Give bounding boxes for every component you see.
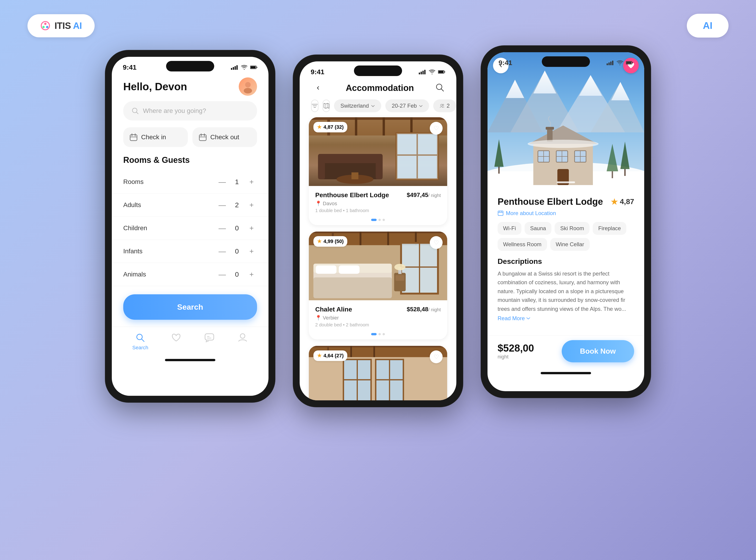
p3-price: $528,00: [498, 342, 534, 354]
p2-card-3-rating: ★ 4,64 (27): [313, 351, 347, 361]
p3-price-container: $528,00 night: [498, 342, 534, 360]
p3-property-title: Penthouse Elbert Lodge: [498, 197, 603, 207]
svg-point-142: [528, 140, 599, 148]
search-icon: [132, 107, 139, 115]
guest-row-children: Children — 0 +: [112, 217, 268, 240]
dynamic-island-3: [542, 56, 590, 67]
p3-read-more[interactable]: Read More: [498, 315, 634, 322]
dynamic-island-2: [354, 65, 402, 76]
svg-line-37: [441, 88, 443, 91]
p1-checkin-label: Check in: [141, 134, 166, 141]
home-indicator-1: [165, 359, 215, 361]
guest-row-adults: Adults — 2 +: [112, 194, 268, 217]
svg-rect-29: [419, 73, 420, 75]
p1-checkin-btn[interactable]: Check in: [123, 127, 188, 147]
p1-checkout-btn[interactable]: Check out: [193, 127, 257, 147]
svg-rect-9: [251, 66, 256, 68]
p2-filter-guests[interactable]: 2: [433, 99, 456, 112]
p1-section-title: Rooms & Guests: [112, 155, 268, 171]
p2-card-1[interactable]: ★ 4,87 (32) ♡ Penthouse Elbert Lodge 📍 D…: [309, 117, 447, 225]
p2-filter-icon[interactable]: [311, 100, 318, 112]
svg-rect-58: [318, 154, 383, 163]
p2-card-1-location: 📍 Davos: [315, 201, 389, 206]
p2-card-1-info: Penthouse Elbert Lodge 📍 Davos 1 double …: [309, 186, 447, 219]
home-indicator-3: [541, 372, 591, 374]
p2-card-1-rating: ★ 4,87 (32): [313, 122, 347, 133]
nav-search-icon: [135, 332, 145, 343]
p2-card-1-fav[interactable]: ♡: [430, 122, 443, 135]
infants-minus-btn[interactable]: —: [217, 246, 228, 257]
adults-minus-btn[interactable]: —: [217, 200, 228, 211]
adults-plus-btn[interactable]: +: [246, 200, 257, 211]
rooms-value: 1: [234, 178, 240, 186]
children-plus-btn[interactable]: +: [246, 223, 257, 234]
p1-greeting: Hello, Devon: [123, 80, 187, 93]
svg-point-44: [442, 104, 444, 105]
svg-rect-6: [235, 66, 236, 70]
p1-search-box[interactable]: Where are you going?: [123, 101, 257, 120]
p1-search-button[interactable]: Search: [123, 294, 257, 320]
p2-card-2-dots: [309, 333, 447, 339]
p2-card-2[interactable]: ★ 4,99 (50) ♡ Chalet Aline 📍 Verbier 2 d…: [309, 232, 447, 339]
animals-plus-btn[interactable]: +: [246, 269, 257, 280]
p2-back-btn[interactable]: [311, 81, 325, 95]
animals-minus-btn[interactable]: —: [217, 269, 228, 280]
p2-filter-dates[interactable]: 20-27 Feb: [385, 99, 429, 112]
phone-2-screen: 9:41: [300, 61, 456, 400]
svg-rect-30: [421, 72, 422, 75]
infants-plus-btn[interactable]: +: [246, 246, 257, 257]
signal-icon: [231, 65, 238, 70]
svg-rect-140: [547, 128, 553, 142]
svg-rect-100: [610, 62, 612, 65]
infants-value: 0: [234, 247, 240, 255]
p1-avatar[interactable]: [239, 77, 257, 96]
svg-rect-34: [438, 71, 443, 73]
guest-label-children: Children: [123, 224, 147, 232]
nav-messages[interactable]: [204, 332, 215, 351]
logo-text: ITIS AI: [55, 21, 82, 31]
status-icons-2: [419, 69, 445, 75]
svg-rect-65: [309, 232, 447, 233]
p3-desc-title: Descriptions: [498, 257, 634, 266]
svg-rect-19: [199, 135, 206, 141]
rooms-minus-btn[interactable]: —: [217, 176, 228, 187]
guest-counter-adults: — 2 +: [217, 200, 257, 211]
guest-row-animals: Animals — 0 +: [112, 263, 268, 286]
p2-card-3[interactable]: ★ 4,64 (27) ♡: [309, 346, 447, 400]
rooms-plus-btn[interactable]: +: [246, 176, 257, 187]
signal-icon-3: [606, 60, 614, 65]
p2-card-3-fav[interactable]: ♡: [430, 351, 443, 363]
p2-map-icon[interactable]: [322, 100, 330, 112]
p3-desc-text: A bungalow at a Swiss ski resort is the …: [498, 269, 634, 313]
nav-profile[interactable]: [237, 332, 248, 351]
battery-icon-2: [438, 69, 445, 75]
p3-book-btn[interactable]: Book Now: [562, 340, 634, 362]
svg-point-1: [44, 23, 46, 25]
p3-location-link[interactable]: More about Location: [498, 210, 634, 217]
svg-rect-31: [422, 71, 423, 75]
p3-footer: $528,00 night Book Now: [488, 335, 644, 369]
p2-filter-country[interactable]: Switzerland: [334, 99, 381, 112]
p2-card-1-image: ★ 4,87 (32) ♡: [309, 117, 447, 186]
children-minus-btn[interactable]: —: [217, 223, 228, 234]
p2-search-btn[interactable]: [435, 82, 445, 94]
svg-rect-32: [424, 70, 425, 75]
p2-topbar: Accommodation: [300, 77, 456, 99]
battery-icon-3: [626, 60, 633, 65]
svg-point-3: [42, 26, 45, 28]
p3-tag-fireplace: Fireplace: [593, 222, 626, 235]
p2-card-2-name: Chalet Aline: [315, 306, 369, 313]
nav-favorites[interactable]: [171, 332, 181, 351]
nav-heart-icon: [171, 332, 181, 343]
p2-card-2-rating: ★ 4,99 (50): [313, 236, 347, 247]
svg-point-11: [245, 82, 251, 87]
guest-row-rooms: Rooms — 1 +: [112, 171, 268, 194]
p2-card-1-details: 1 double bed • 1 bathroom: [315, 208, 389, 213]
p2-card-2-fav[interactable]: ♡: [430, 236, 443, 249]
nav-chat-icon: [204, 332, 215, 343]
guest-counter-rooms: — 1 +: [217, 176, 257, 187]
adults-value: 2: [234, 201, 240, 209]
svg-rect-76: [316, 265, 337, 274]
wifi-icon: [241, 65, 248, 70]
nav-search[interactable]: Search: [133, 332, 148, 351]
